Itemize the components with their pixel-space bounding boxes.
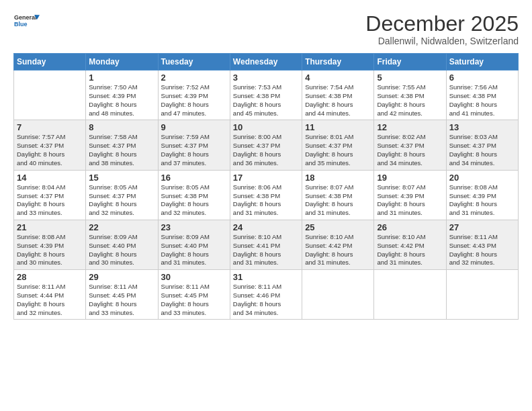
day-number: 30 (161, 272, 227, 282)
calendar-cell: 11Sunrise: 8:01 AM Sunset: 4:37 PM Dayli… (302, 120, 374, 170)
day-info: Sunrise: 7:50 AM Sunset: 4:39 PM Dayligh… (89, 83, 154, 118)
day-number: 7 (17, 122, 83, 132)
day-info: Sunrise: 8:05 AM Sunset: 4:37 PM Dayligh… (89, 183, 154, 218)
day-info: Sunrise: 8:08 AM Sunset: 4:39 PM Dayligh… (449, 183, 515, 218)
calendar-cell: 21Sunrise: 8:08 AM Sunset: 4:39 PM Dayli… (14, 220, 86, 269)
calendar-cell: 17Sunrise: 8:06 AM Sunset: 4:38 PM Dayli… (230, 170, 302, 220)
day-number: 31 (233, 272, 299, 282)
day-number: 2 (161, 73, 227, 83)
page: General Blue December 2025 Dallenwil, Ni… (0, 0, 532, 411)
logo: General Blue (13, 12, 40, 31)
day-number: 25 (305, 222, 371, 232)
day-info: Sunrise: 7:55 AM Sunset: 4:38 PM Dayligh… (377, 83, 443, 118)
day-number: 12 (377, 122, 443, 132)
calendar-cell: 25Sunrise: 8:10 AM Sunset: 4:42 PM Dayli… (302, 220, 374, 269)
calendar-cell: 16Sunrise: 8:05 AM Sunset: 4:38 PM Dayli… (158, 170, 230, 220)
day-number: 16 (161, 173, 227, 183)
calendar-cell: 5Sunrise: 7:55 AM Sunset: 4:38 PM Daylig… (374, 71, 446, 120)
day-info: Sunrise: 8:09 AM Sunset: 4:40 PM Dayligh… (89, 233, 154, 267)
day-number: 23 (161, 222, 227, 232)
calendar-cell: 30Sunrise: 8:11 AM Sunset: 4:45 PM Dayli… (158, 270, 230, 320)
day-info: Sunrise: 8:10 AM Sunset: 4:41 PM Dayligh… (233, 233, 299, 267)
col-header-tuesday: Tuesday (158, 54, 230, 71)
calendar-cell: 19Sunrise: 8:07 AM Sunset: 4:39 PM Dayli… (374, 170, 446, 220)
month-title: December 2025 (365, 12, 519, 36)
col-header-sunday: Sunday (14, 54, 86, 71)
day-number: 24 (233, 222, 299, 232)
calendar-table: SundayMondayTuesdayWednesdayThursdayFrid… (13, 53, 519, 320)
day-number: 22 (89, 222, 154, 232)
day-number: 28 (17, 272, 83, 282)
day-info: Sunrise: 8:11 AM Sunset: 4:45 PM Dayligh… (161, 283, 227, 317)
calendar-cell: 7Sunrise: 7:57 AM Sunset: 4:37 PM Daylig… (14, 120, 86, 170)
day-info: Sunrise: 8:10 AM Sunset: 4:42 PM Dayligh… (377, 233, 443, 267)
day-number: 17 (233, 173, 299, 183)
day-info: Sunrise: 8:01 AM Sunset: 4:37 PM Dayligh… (305, 133, 371, 167)
day-number: 5 (377, 73, 443, 83)
calendar-cell: 12Sunrise: 8:02 AM Sunset: 4:37 PM Dayli… (374, 120, 446, 170)
day-info: Sunrise: 8:11 AM Sunset: 4:43 PM Dayligh… (449, 233, 515, 267)
calendar-cell: 13Sunrise: 8:03 AM Sunset: 4:37 PM Dayli… (446, 120, 518, 170)
day-number: 10 (233, 122, 299, 132)
calendar-week-3: 14Sunrise: 8:04 AM Sunset: 4:37 PM Dayli… (14, 170, 519, 220)
day-info: Sunrise: 7:52 AM Sunset: 4:39 PM Dayligh… (161, 83, 227, 118)
day-number: 29 (89, 272, 154, 282)
day-info: Sunrise: 8:05 AM Sunset: 4:38 PM Dayligh… (161, 183, 227, 218)
day-info: Sunrise: 8:02 AM Sunset: 4:37 PM Dayligh… (377, 133, 443, 167)
day-info: Sunrise: 8:11 AM Sunset: 4:44 PM Dayligh… (17, 283, 83, 317)
calendar-cell: 2Sunrise: 7:52 AM Sunset: 4:39 PM Daylig… (158, 71, 230, 120)
calendar-week-1: 1Sunrise: 7:50 AM Sunset: 4:39 PM Daylig… (14, 71, 519, 120)
day-info: Sunrise: 8:10 AM Sunset: 4:42 PM Dayligh… (305, 233, 371, 267)
col-header-friday: Friday (374, 54, 446, 71)
location-subtitle: Dallenwil, Nidwalden, Switzerland (365, 36, 519, 46)
calendar-cell: 4Sunrise: 7:54 AM Sunset: 4:38 PM Daylig… (302, 71, 374, 120)
day-info: Sunrise: 8:04 AM Sunset: 4:37 PM Dayligh… (17, 183, 83, 218)
day-info: Sunrise: 8:03 AM Sunset: 4:37 PM Dayligh… (449, 133, 515, 167)
calendar-week-5: 28Sunrise: 8:11 AM Sunset: 4:44 PM Dayli… (14, 270, 519, 320)
calendar-cell: 6Sunrise: 7:56 AM Sunset: 4:38 PM Daylig… (446, 71, 518, 120)
col-header-wednesday: Wednesday (230, 54, 302, 71)
calendar-cell: 28Sunrise: 8:11 AM Sunset: 4:44 PM Dayli… (14, 270, 86, 320)
day-number: 1 (89, 73, 154, 83)
day-info: Sunrise: 7:57 AM Sunset: 4:37 PM Dayligh… (17, 133, 83, 167)
day-info: Sunrise: 7:53 AM Sunset: 4:38 PM Dayligh… (233, 83, 299, 118)
calendar-week-4: 21Sunrise: 8:08 AM Sunset: 4:39 PM Dayli… (14, 220, 519, 269)
calendar-cell: 1Sunrise: 7:50 AM Sunset: 4:39 PM Daylig… (86, 71, 158, 120)
title-block: December 2025 Dallenwil, Nidwalden, Swit… (365, 12, 519, 46)
calendar-cell: 29Sunrise: 8:11 AM Sunset: 4:45 PM Dayli… (86, 270, 158, 320)
day-number: 4 (305, 73, 371, 83)
calendar-cell: 8Sunrise: 7:58 AM Sunset: 4:37 PM Daylig… (86, 120, 158, 170)
calendar-week-2: 7Sunrise: 7:57 AM Sunset: 4:37 PM Daylig… (14, 120, 519, 170)
calendar-cell: 26Sunrise: 8:10 AM Sunset: 4:42 PM Dayli… (374, 220, 446, 269)
logo-svg: General Blue (13, 12, 40, 31)
calendar-header-row: SundayMondayTuesdayWednesdayThursdayFrid… (14, 54, 519, 71)
calendar-cell: 22Sunrise: 8:09 AM Sunset: 4:40 PM Dayli… (86, 220, 158, 269)
day-info: Sunrise: 8:06 AM Sunset: 4:38 PM Dayligh… (233, 183, 299, 218)
day-info: Sunrise: 7:59 AM Sunset: 4:37 PM Dayligh… (161, 133, 227, 167)
day-number: 19 (377, 173, 443, 183)
col-header-monday: Monday (86, 54, 158, 71)
day-number: 15 (89, 173, 154, 183)
calendar-cell: 23Sunrise: 8:09 AM Sunset: 4:40 PM Dayli… (158, 220, 230, 269)
calendar-cell (302, 270, 374, 320)
day-number: 27 (449, 222, 515, 232)
svg-text:Blue: Blue (14, 21, 28, 28)
calendar-cell: 10Sunrise: 8:00 AM Sunset: 4:37 PM Dayli… (230, 120, 302, 170)
col-header-saturday: Saturday (446, 54, 518, 71)
svg-text:General: General (14, 14, 37, 21)
calendar-cell: 9Sunrise: 7:59 AM Sunset: 4:37 PM Daylig… (158, 120, 230, 170)
calendar-cell: 27Sunrise: 8:11 AM Sunset: 4:43 PM Dayli… (446, 220, 518, 269)
day-number: 20 (449, 173, 515, 183)
day-info: Sunrise: 7:58 AM Sunset: 4:37 PM Dayligh… (89, 133, 154, 167)
day-number: 18 (305, 173, 371, 183)
day-info: Sunrise: 8:00 AM Sunset: 4:37 PM Dayligh… (233, 133, 299, 167)
day-number: 9 (161, 122, 227, 132)
day-number: 3 (233, 73, 299, 83)
day-number: 6 (449, 73, 515, 83)
calendar-cell: 31Sunrise: 8:11 AM Sunset: 4:46 PM Dayli… (230, 270, 302, 320)
day-info: Sunrise: 8:09 AM Sunset: 4:40 PM Dayligh… (161, 233, 227, 267)
day-number: 13 (449, 122, 515, 132)
calendar-cell (446, 270, 518, 320)
day-info: Sunrise: 7:54 AM Sunset: 4:38 PM Dayligh… (305, 83, 371, 118)
day-number: 8 (89, 122, 154, 132)
